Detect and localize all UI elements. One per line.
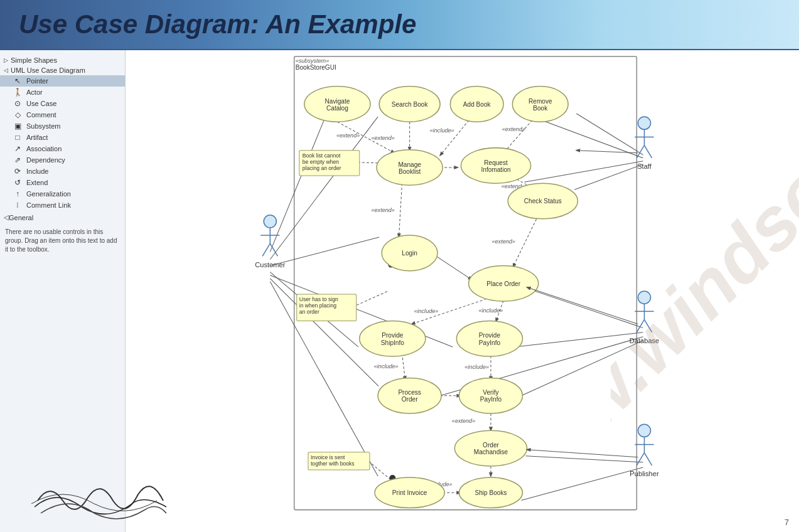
sidebar-section-uml[interactable]: ◁ UML Use Case Diagram — [0, 65, 125, 75]
svg-text:Machandise: Machandise — [474, 449, 508, 455]
svg-line-24 — [440, 117, 472, 156]
page-number: 7 — [785, 518, 789, 527]
sidebar-item-extend[interactable]: ↺ Extend — [0, 177, 125, 188]
sidebar-item-comment[interactable]: ◇ Comment — [0, 109, 125, 120]
svg-text:Provide: Provide — [479, 332, 501, 339]
svg-text:«include»: «include» — [414, 308, 438, 314]
main-content: ▷ Simple Shapes ◁ UML Use Case Diagram ↖… — [0, 50, 799, 532]
svg-text:Remove: Remove — [528, 98, 552, 105]
svg-text:placing an order: placing an order — [303, 165, 341, 171]
svg-text:«extend»: «extend» — [452, 418, 475, 424]
svg-text:Catalog: Catalog — [326, 105, 348, 112]
svg-line-10 — [576, 114, 643, 155]
svg-text:Infomation: Infomation — [481, 166, 510, 173]
svg-text:«include»: «include» — [374, 363, 399, 370]
sidebar: ▷ Simple Shapes ◁ UML Use Case Diagram ↖… — [0, 50, 126, 532]
svg-text:Database: Database — [630, 337, 660, 344]
svg-text:Place Order: Place Order — [486, 280, 520, 287]
general-description: There are no usable controls in this gro… — [5, 228, 117, 253]
sidebar-item-label-commentlink: Comment Link — [26, 201, 71, 209]
svg-text:Manage: Manage — [398, 161, 421, 168]
svg-line-31 — [399, 183, 402, 237]
svg-text:Login: Login — [402, 250, 417, 257]
svg-text:«include»: «include» — [479, 307, 503, 314]
svg-point-114 — [638, 117, 650, 129]
sidebar-item-commentlink[interactable]: ⁝ Comment Link — [0, 200, 125, 211]
dependency-icon: ⇗ — [13, 156, 23, 164]
sidebar-general-text: There are no usable controls in this gro… — [0, 224, 125, 258]
svg-text:«subsystem»: «subsystem» — [296, 58, 330, 64]
commentlink-icon: ⁝ — [13, 201, 23, 210]
svg-text:«include»: «include» — [430, 127, 454, 134]
svg-text:BookStoreGUI: BookStoreGUI — [296, 64, 336, 71]
svg-line-130 — [645, 453, 652, 466]
sidebar-section-simple-shapes[interactable]: ▷ Simple Shapes — [0, 55, 125, 65]
svg-line-17 — [521, 341, 643, 396]
extend-icon: ↺ — [13, 178, 23, 187]
sidebar-section-general[interactable]: ◁ General — [0, 211, 125, 224]
svg-text:Book list cannot: Book list cannot — [303, 152, 341, 159]
svg-line-15 — [515, 332, 643, 347]
sidebar-item-association[interactable]: ↗ Association — [0, 143, 125, 154]
sidebar-item-include[interactable]: ⟳ Include — [0, 166, 125, 177]
sidebar-item-label-extend: Extend — [26, 179, 48, 186]
svg-text:Order: Order — [402, 396, 418, 403]
sidebar-item-label-dependency: Dependency — [26, 156, 65, 164]
sidebar-item-generalization[interactable]: ↑ Generalization — [0, 188, 125, 200]
generalization-icon: ↑ — [13, 189, 23, 198]
svg-line-36 — [436, 256, 472, 279]
sidebar-item-usecase[interactable]: ⊙ Use Case — [0, 98, 125, 109]
svg-text:«extend»: «extend» — [502, 126, 525, 132]
svg-text:Booklist: Booklist — [399, 168, 421, 175]
decorative-scribble — [31, 476, 169, 526]
diagram-area[interactable]: «subsystem» BookStoreGUI — [126, 50, 799, 532]
sidebar-item-label-pointer: Pointer — [26, 77, 48, 85]
sidebar-item-dependency[interactable]: ⇗ Dependency — [0, 154, 125, 166]
svg-text:an order: an order — [299, 309, 319, 315]
expand-arrow-uml: ◁ — [4, 67, 8, 73]
sidebar-section-label-uml: UML Use Case Diagram — [11, 66, 85, 74]
svg-text:Search Book: Search Book — [392, 101, 429, 108]
association-icon: ↗ — [13, 144, 23, 153]
svg-text:«extend»: «extend» — [372, 135, 395, 141]
svg-text:«extend»: «extend» — [336, 132, 360, 139]
sidebar-item-label-association: Association — [26, 145, 62, 152]
sidebar-section-label-general: General — [9, 214, 33, 221]
svg-text:Book: Book — [533, 105, 548, 112]
svg-text:PayInfo: PayInfo — [480, 396, 502, 403]
sidebar-item-pointer[interactable]: ↖ Pointer — [0, 75, 125, 87]
sidebar-section-label-simple: Simple Shapes — [11, 56, 57, 64]
svg-line-26 — [503, 117, 535, 153]
sidebar-item-actor[interactable]: 🚶 Actor — [0, 87, 125, 98]
svg-text:Ship Books: Ship Books — [475, 489, 507, 496]
sidebar-item-label-include: Include — [26, 168, 48, 175]
svg-text:be empty when: be empty when — [303, 159, 339, 165]
svg-text:Add Book: Add Book — [463, 101, 491, 108]
svg-text:Staff: Staff — [637, 162, 652, 170]
expand-arrow-simple: ▷ — [4, 57, 8, 63]
svg-text:Publisher: Publisher — [630, 470, 659, 477]
svg-line-53 — [353, 291, 389, 307]
svg-text:in when placing: in when placing — [299, 302, 336, 309]
svg-text:«include»: «include» — [464, 364, 489, 370]
expand-arrow-general: ◁ — [4, 213, 9, 221]
sidebar-item-subsystem[interactable]: ▣ Subsystem — [0, 120, 125, 132]
comment-icon: ◇ — [13, 110, 23, 119]
artifact-icon: □ — [13, 133, 23, 142]
svg-line-12 — [525, 161, 643, 182]
pointer-icon: ↖ — [13, 77, 23, 85]
svg-line-13 — [574, 164, 643, 189]
svg-text:Invoice is sent: Invoice is sent — [311, 454, 345, 460]
svg-text:User has to sign: User has to sign — [299, 296, 338, 302]
svg-text:Customer: Customer — [255, 261, 285, 269]
svg-line-19 — [521, 467, 643, 501]
svg-line-133 — [527, 287, 638, 324]
sidebar-item-artifact[interactable]: □ Artifact — [0, 132, 125, 143]
svg-line-3 — [270, 115, 326, 252]
sidebar-item-label-comment: Comment — [26, 111, 56, 119]
page-title: Use Case Diagram: An Example — [19, 9, 416, 40]
sidebar-item-label-artifact: Artifact — [26, 134, 48, 141]
svg-text:Provide: Provide — [382, 332, 404, 339]
svg-text:togther with books: togther with books — [311, 460, 355, 467]
svg-line-118 — [645, 146, 652, 158]
